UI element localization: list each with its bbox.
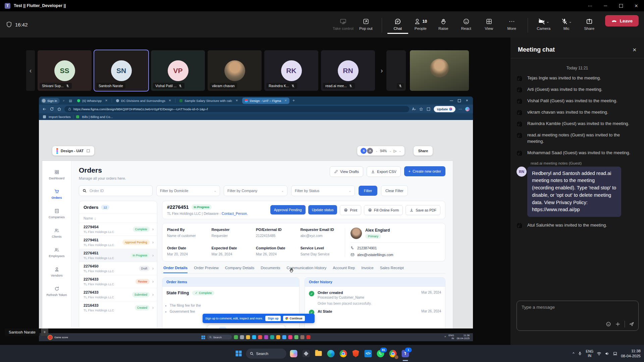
- chevron-down-icon[interactable]: ⌄: [389, 149, 391, 153]
- filter-company-select[interactable]: Filter by Company⌄: [224, 185, 287, 196]
- new-tab-button[interactable]: +: [291, 98, 296, 103]
- sign-up-button[interactable]: Sign up: [265, 316, 281, 321]
- collaborator-avatar[interactable]: S: [361, 148, 367, 154]
- copilot-icon[interactable]: [465, 107, 470, 111]
- app-icon[interactable]: [270, 335, 274, 339]
- participant-tile[interactable]: RN read.ai mee...: [321, 50, 375, 91]
- tiles-scroll-right-button[interactable]: ›: [378, 50, 386, 91]
- more-button[interactable]: ⋯ More: [501, 15, 522, 34]
- contact-person-link[interactable]: Contact_Person.: [222, 212, 248, 216]
- contact-phone[interactable]: 2123874901: [357, 246, 377, 250]
- react-button[interactable]: React: [456, 15, 477, 34]
- browser-menu-icon[interactable]: ⋯: [459, 107, 462, 111]
- tab-search-icon[interactable]: ⌕: [61, 99, 66, 103]
- frame-tool-icon[interactable]: [240, 328, 245, 329]
- order-id-input[interactable]: [89, 188, 137, 193]
- contact-email[interactable]: alex@vstatefilings.com: [357, 253, 393, 257]
- participant-tile[interactable]: VP Vishal Patil ...: [151, 50, 205, 91]
- bookmark-item[interactable]: Bills | Billing and Co...: [82, 115, 113, 119]
- taskbar-teams-icon[interactable]: T 1: [400, 349, 411, 359]
- chat-button[interactable]: Chat: [387, 15, 408, 34]
- save-as-pdf-button[interactable]: Save as PDF: [406, 205, 440, 215]
- back-icon[interactable]: [42, 107, 47, 111]
- sidebar-item-orders[interactable]: Orders: [43, 189, 70, 199]
- chat-input-box[interactable]: [517, 301, 639, 331]
- send-icon[interactable]: [629, 321, 634, 327]
- tab-sales-receipt[interactable]: Sales Receipt: [380, 266, 404, 273]
- filter-apply-button[interactable]: Filter: [359, 186, 377, 196]
- people-button[interactable]: 10 People: [410, 15, 431, 34]
- google-continue-button[interactable]: Continue: [283, 316, 305, 321]
- order-row[interactable]: 2279451TL Flex Holdings LLC Approval Pen…: [79, 236, 157, 249]
- taskbar-brave-icon[interactable]: [351, 349, 361, 359]
- home-icon[interactable]: [57, 107, 61, 111]
- share-button[interactable]: Share: [579, 15, 600, 34]
- participant-tile[interactable]: vikram chavan: [208, 50, 262, 91]
- app-icon[interactable]: [252, 335, 256, 339]
- participant-tile-partial[interactable]: [386, 50, 406, 91]
- create-new-order-button[interactable]: + Create new order: [404, 166, 445, 176]
- taskbar-vscode-icon[interactable]: </>: [363, 349, 373, 359]
- clear-filter-button[interactable]: Clear Filter: [381, 185, 408, 196]
- clock[interactable]: 11:3808-04-2025: [457, 334, 470, 340]
- app-icon[interactable]: [240, 335, 244, 339]
- language-indicator[interactable]: ENGIN: [586, 349, 593, 357]
- taskbar-clock[interactable]: 11:3808-04-2025: [621, 349, 641, 358]
- sidebar-item-clients[interactable]: Clients: [43, 228, 70, 238]
- reload-icon[interactable]: [50, 107, 54, 111]
- sidebar-item-vendors[interactable]: Vendors: [43, 267, 70, 277]
- pop-out-button[interactable]: Pop out: [356, 15, 376, 34]
- tab-company-details[interactable]: Company Details: [225, 266, 255, 273]
- figma-file-menu[interactable]: Design - UAT: [52, 146, 94, 156]
- layout-columns-icon[interactable]: [86, 149, 90, 153]
- shape-tool-icon[interactable]: [248, 328, 252, 329]
- figma-share-button[interactable]: Share: [414, 146, 433, 156]
- widgets-button[interactable]: Game score: [48, 335, 68, 340]
- browser-maximize-icon[interactable]: [458, 99, 461, 102]
- chat-close-icon[interactable]: ✕: [632, 47, 637, 53]
- app-icon[interactable]: [264, 335, 268, 339]
- sidebar-item-dashboard[interactable]: Dashboard: [43, 170, 70, 180]
- browser-profile-button[interactable]: Sign in: [41, 98, 60, 104]
- taskbar-app-icon[interactable]: [301, 349, 311, 359]
- camera-options-chevron-icon[interactable]: ⌄: [546, 20, 549, 23]
- start-button[interactable]: [234, 349, 244, 359]
- start-button[interactable]: [202, 336, 205, 339]
- participant-tile[interactable]: RK Ravindra K...: [264, 50, 318, 91]
- raise-hand-button[interactable]: Raise: [433, 15, 454, 34]
- pin-presenter-button[interactable]: +: [41, 328, 48, 336]
- order-row[interactable]: 2276433TL Flex Holdings LLC Submitted ›: [79, 288, 157, 301]
- print-button[interactable]: Print: [340, 205, 361, 215]
- participant-tile[interactable]: SN Santosh Narate: [94, 50, 148, 91]
- order-row[interactable]: 2276433TL Flex Holdings LLC Review ›: [79, 275, 157, 288]
- language-indicator[interactable]: ENGIN: [448, 334, 454, 340]
- tray-chevron-up-icon[interactable]: ^: [444, 336, 446, 339]
- present-icon[interactable]: ▷: [394, 149, 396, 153]
- bookmark-item[interactable]: Import favorites: [49, 115, 70, 119]
- tab-close-icon[interactable]: ✕: [105, 99, 108, 102]
- comment-tool-icon[interactable]: [229, 328, 234, 328]
- emoji-icon[interactable]: [606, 321, 611, 327]
- tab-order-preview[interactable]: Order Preview: [194, 266, 219, 273]
- browser-update-button[interactable]: Update: [434, 106, 455, 112]
- collaborator-avatar[interactable]: A: [367, 148, 373, 154]
- order-row[interactable]: 2279454TL Flex Holdings LLC Complete ›: [79, 223, 157, 236]
- app-icon[interactable]: [246, 335, 250, 339]
- window-maximize-button[interactable]: [613, 0, 629, 11]
- participant-video-tile[interactable]: [410, 50, 469, 91]
- filter-domicile-select[interactable]: Filter by Domicile⌄: [156, 185, 220, 196]
- tab-invoice[interactable]: Invoice: [361, 266, 373, 273]
- export-csv-button[interactable]: Export CSV: [367, 166, 400, 177]
- taskbar-chrome-icon[interactable]: [338, 349, 348, 359]
- view-drafts-button[interactable]: View Drafts: [330, 166, 363, 177]
- update-status-button[interactable]: Update status: [308, 205, 337, 215]
- taskbar-file-explorer-icon[interactable]: [314, 349, 324, 359]
- chevron-down-icon[interactable]: ⌄: [375, 149, 378, 153]
- order-row-selected[interactable]: 2276451TL Flex Holdings LLC In Progress …: [79, 249, 157, 262]
- browser-tab[interactable]: DC Divisions and Surroundings ✕: [113, 98, 174, 104]
- view-button[interactable]: View: [479, 15, 499, 34]
- read-aloud-icon[interactable]: A»: [412, 107, 416, 111]
- taskbar-search[interactable]: Search: [207, 335, 232, 340]
- sort-down-icon[interactable]: ↓: [94, 216, 96, 220]
- tab-close-icon[interactable]: ✕: [284, 99, 287, 102]
